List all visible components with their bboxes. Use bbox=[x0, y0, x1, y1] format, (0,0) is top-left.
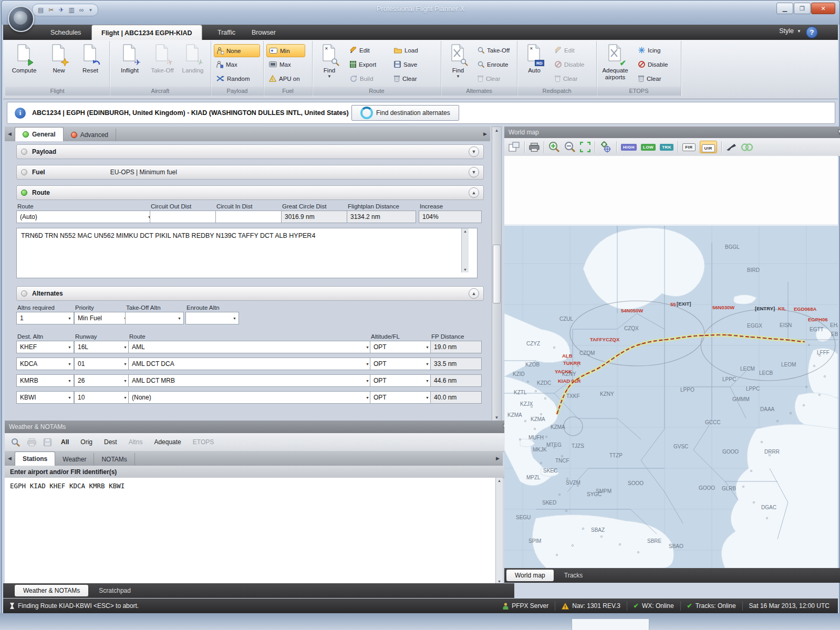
map-settings-icon[interactable] bbox=[599, 141, 612, 153]
filter-dest-button[interactable]: Dest bbox=[102, 437, 119, 447]
filter-all-button[interactable]: All bbox=[59, 437, 71, 447]
restore-button[interactable]: ❐ bbox=[794, 3, 811, 14]
fir-toggle[interactable]: FIR bbox=[682, 143, 695, 151]
route-select[interactable]: (Auto)▼ bbox=[16, 211, 154, 223]
etops-disable-button[interactable]: Disable bbox=[636, 58, 670, 70]
scrollbar-thumb[interactable] bbox=[493, 245, 501, 303]
collapse-chevron-icon[interactable]: ▲ bbox=[469, 288, 479, 299]
compute-button[interactable]: Compute bbox=[8, 43, 40, 86]
wx-status[interactable]: ✔ WX: Online bbox=[634, 602, 674, 610]
etops-icing-button[interactable]: Icing bbox=[636, 44, 663, 56]
print-map-icon[interactable] bbox=[529, 143, 540, 152]
payload-none-button[interactable]: None bbox=[214, 44, 260, 57]
qat-flight-icon[interactable]: ✈ bbox=[58, 6, 64, 14]
airways-high-toggle[interactable]: HIGH bbox=[621, 144, 637, 151]
new-window-icon[interactable] bbox=[509, 142, 520, 152]
expand-chevron-icon[interactable]: ▼ bbox=[469, 146, 479, 157]
tracks-toggle[interactable]: TRK bbox=[660, 144, 673, 151]
alt-altitude-select[interactable]: OPT▼ bbox=[370, 341, 432, 353]
server-status[interactable]: PFPX Server bbox=[503, 602, 548, 610]
section-route[interactable]: Route ▲ bbox=[16, 185, 484, 200]
tracks-status[interactable]: ✔ Tracks: Online bbox=[687, 602, 736, 610]
fuel-max-button[interactable]: Max bbox=[266, 58, 294, 70]
app-logo-globe[interactable] bbox=[8, 6, 34, 32]
inflight-button[interactable]: ✈ Inflight bbox=[114, 43, 146, 86]
close-button[interactable]: ✕ bbox=[811, 3, 835, 14]
route-edit-button[interactable]: Edit bbox=[347, 44, 372, 56]
scroll-down-icon[interactable]: ▼ bbox=[495, 415, 499, 420]
route-load-button[interactable]: Load bbox=[391, 44, 421, 56]
alt-dest-select[interactable]: KHEF▼ bbox=[16, 341, 74, 353]
alt-route-select[interactable]: AML DCT MRB▼ bbox=[128, 374, 372, 387]
search-icon[interactable] bbox=[11, 438, 20, 447]
stations-editor[interactable]: EGPH KIAD KHEF KDCA KMRB KBWI ▲▼ bbox=[5, 478, 503, 583]
tabs-scroll-right-icon[interactable]: ▶ bbox=[480, 131, 490, 136]
payload-max-button[interactable]: Max bbox=[214, 58, 240, 70]
stations-value[interactable]: EGPH KIAD KHEF KDCA KMRB KBWI bbox=[10, 482, 125, 490]
alt-route-select[interactable]: AML▼ bbox=[128, 341, 372, 353]
tabs-scroll-right-icon[interactable]: ▶ bbox=[493, 456, 503, 461]
route-clear-button[interactable]: Clear bbox=[391, 72, 419, 85]
route-text-scrollbar[interactable]: ▲▼ bbox=[461, 228, 469, 272]
fit-view-icon[interactable] bbox=[580, 142, 590, 152]
alt-altitude-select[interactable]: OPT▼ bbox=[370, 358, 432, 370]
alternates-takeoff-button[interactable]: Take-Off bbox=[475, 44, 512, 56]
qat-doc-icon[interactable]: ▥ bbox=[68, 6, 74, 14]
alternates-find-button[interactable]: Find▼ bbox=[442, 43, 474, 86]
measure-icon[interactable] bbox=[726, 143, 737, 151]
takeoff-altn-select[interactable]: ▼ bbox=[125, 312, 184, 324]
tab-world-map[interactable]: World map bbox=[506, 570, 554, 581]
new-flight-button[interactable]: New bbox=[43, 43, 75, 86]
scroll-up-icon[interactable]: ▲ bbox=[495, 128, 499, 133]
help-button[interactable]: ? bbox=[806, 26, 818, 38]
qat-tools-icon[interactable]: ✂ bbox=[48, 6, 54, 14]
taskbar-button[interactable] bbox=[572, 618, 649, 630]
alt-runway-select[interactable]: 16L▼ bbox=[74, 341, 130, 353]
tab-notams[interactable]: NOTAMs bbox=[94, 453, 134, 466]
alt-altitude-select[interactable]: OPT▼ bbox=[370, 391, 432, 404]
enroute-altn-select[interactable]: ▼ bbox=[185, 312, 239, 324]
alt-runway-select[interactable]: 10▼ bbox=[74, 391, 130, 404]
nav-database-status[interactable]: ! Nav: 1301 REV.3 bbox=[562, 602, 620, 610]
qat-new-icon[interactable]: ▤ bbox=[38, 6, 44, 14]
style-menu[interactable]: Style▼ bbox=[779, 27, 801, 35]
alt-dest-select[interactable]: KDCA▼ bbox=[16, 358, 74, 370]
fuel-min-button[interactable]: Min bbox=[266, 44, 305, 57]
tab-weather[interactable]: Weather bbox=[55, 453, 94, 466]
reset-flight-button[interactable]: Reset bbox=[75, 43, 106, 86]
link-rings-icon[interactable] bbox=[741, 143, 753, 152]
alt-route-select[interactable]: AML DCT DCA▼ bbox=[128, 358, 372, 370]
uir-toggle[interactable]: UIR bbox=[700, 141, 717, 153]
tabs-scroll-left-icon[interactable]: ◀ bbox=[5, 456, 15, 461]
zoom-out-icon[interactable] bbox=[564, 141, 576, 153]
tab-tracks[interactable]: Tracks bbox=[556, 570, 592, 581]
alt-runway-select[interactable]: 01▼ bbox=[74, 358, 130, 370]
zoom-in-icon[interactable] bbox=[548, 141, 560, 153]
qat-link-icon[interactable]: ∞ bbox=[79, 6, 84, 14]
tab-advanced[interactable]: Advanced bbox=[64, 129, 116, 141]
tab-scratchpad[interactable]: Scratchpad bbox=[90, 585, 139, 596]
route-save-button[interactable]: Save bbox=[391, 58, 420, 70]
fuel-apu-button[interactable]: APU on bbox=[266, 72, 303, 85]
tab-flight[interactable]: Flight | ABC1234 EGPH-KIAD bbox=[91, 25, 202, 40]
world-map[interactable]: BGGLBIRDCZULCZQXCZYZCZQMKZOBKZIDKZNYKZDC… bbox=[504, 156, 838, 568]
etops-clear-button[interactable]: Clear bbox=[636, 72, 663, 85]
circuit-out-input[interactable] bbox=[150, 211, 219, 223]
route-string-textarea[interactable]: TRN6D TRN N552 MAC UN562 MIMKU DCT PIKIL… bbox=[16, 228, 478, 278]
payload-random-button[interactable]: Random bbox=[214, 72, 252, 85]
pin-icon[interactable] bbox=[837, 129, 840, 135]
etops-adequate-airports-button[interactable]: ✔ Adequate airports bbox=[598, 43, 632, 86]
route-export-button[interactable]: Export bbox=[347, 58, 379, 70]
circuit-in-input[interactable] bbox=[215, 211, 285, 223]
alt-route-select[interactable]: (None)▼ bbox=[128, 391, 372, 404]
alt-runway-select[interactable]: 26▼ bbox=[74, 374, 130, 387]
alt-dest-select[interactable]: KMRB▼ bbox=[16, 374, 74, 387]
section-fuel[interactable]: Fuel EU-OPS | Minimum fuel ▼ bbox=[16, 165, 484, 180]
airways-low-toggle[interactable]: LOW bbox=[641, 144, 656, 151]
tab-schedules[interactable]: Schedules bbox=[41, 25, 90, 40]
tab-browser[interactable]: Browser bbox=[242, 25, 285, 40]
left-panel-scrollbar[interactable]: ▲ ▼ bbox=[492, 127, 502, 422]
tab-stations[interactable]: Stations bbox=[15, 452, 55, 466]
alternates-enroute-button[interactable]: Enroute bbox=[475, 58, 511, 70]
collapse-chevron-icon[interactable]: ▲ bbox=[469, 187, 479, 198]
